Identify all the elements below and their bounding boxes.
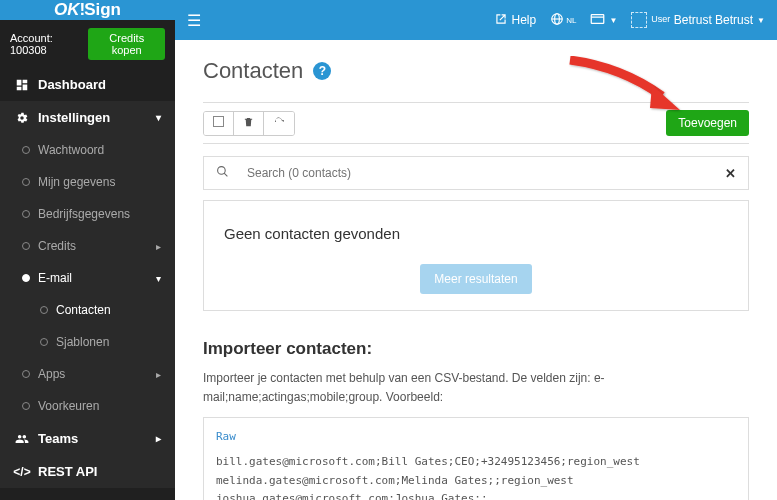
nav-label: Apps	[38, 367, 65, 381]
topbar-help-label: Help	[512, 13, 537, 27]
refresh-icon	[273, 116, 285, 128]
nav-mijn-gegevens[interactable]: Mijn gegevens	[0, 166, 175, 198]
svg-line-8	[224, 173, 227, 176]
refresh-button[interactable]	[264, 112, 294, 135]
import-heading: Importeer contacten:	[203, 339, 749, 359]
topbar-documents[interactable]: ▼	[590, 12, 617, 29]
empty-message: Geen contacten gevonden	[224, 225, 728, 242]
toolbar-button-group	[203, 111, 295, 136]
import-intro: Importeer je contacten met behulp van ee…	[203, 369, 749, 407]
search-row: ✕	[203, 156, 749, 190]
circle-icon	[40, 306, 48, 314]
nav-rest-api[interactable]: </> REST API	[0, 455, 175, 488]
sidebar: OK!Sign Account: 100308 Credits kopen Da…	[0, 0, 175, 500]
users-icon	[14, 432, 30, 446]
menu-toggle-icon[interactable]: ☰	[187, 11, 201, 30]
content-area: Contacten ? Toevoegen	[175, 40, 777, 500]
nav-help[interactable]: Help NEW	[0, 488, 175, 500]
credits-buy-button[interactable]: Credits kopen	[88, 28, 165, 60]
nav-apps[interactable]: Apps▸	[0, 358, 175, 390]
nav-settings[interactable]: Instellingen ▾	[0, 101, 175, 134]
nav-voorkeuren[interactable]: Voorkeuren	[0, 390, 175, 422]
nav-label: Mijn gegevens	[38, 175, 115, 189]
help-icon	[494, 12, 508, 29]
toolbar: Toevoegen	[203, 102, 749, 144]
raw-label: Raw	[216, 428, 736, 447]
nav-label: Dashboard	[38, 77, 106, 92]
topbar-help[interactable]: Help	[494, 12, 536, 29]
circle-icon	[40, 338, 48, 346]
brand-logo: OK!Sign	[0, 0, 175, 20]
nav-label: Voorkeuren	[38, 399, 99, 413]
topbar: ☰ Help NL ▼ User Betrust Betrust▼	[175, 0, 777, 40]
circle-icon	[22, 274, 30, 282]
chevron-right-icon: ▸	[156, 241, 161, 252]
circle-icon	[22, 178, 30, 186]
nav-email[interactable]: E-mail▾	[0, 262, 175, 294]
delete-button[interactable]	[234, 112, 264, 135]
example-code: bill.gates@microsoft.com;Bill Gates;CEO;…	[216, 455, 640, 500]
nav-label: Wachtwoord	[38, 143, 104, 157]
account-label: Account: 100308	[10, 32, 88, 56]
chevron-right-icon: ▸	[156, 433, 161, 444]
globe-icon	[550, 12, 564, 29]
circle-icon	[22, 242, 30, 250]
circle-icon	[22, 146, 30, 154]
svg-point-7	[218, 167, 226, 175]
nav-contacten[interactable]: Contacten	[0, 294, 175, 326]
add-button[interactable]: Toevoegen	[666, 110, 749, 136]
checkbox-icon	[213, 116, 224, 127]
nav-credits[interactable]: Credits▸	[0, 230, 175, 262]
code-icon: </>	[14, 465, 30, 479]
search-input[interactable]	[241, 158, 713, 188]
nav-sjablonen[interactable]: Sjablonen	[0, 326, 175, 358]
nav-label: Instellingen	[38, 110, 110, 125]
gear-icon	[14, 111, 30, 125]
nav-label: Credits	[38, 239, 76, 253]
circle-icon	[22, 370, 30, 378]
trash-icon	[243, 116, 254, 128]
circle-icon	[22, 402, 30, 410]
topbar-language[interactable]: NL	[550, 12, 576, 29]
clear-search-button[interactable]: ✕	[713, 158, 748, 189]
chevron-down-icon: ▾	[156, 273, 161, 284]
nav-label: Sjablonen	[56, 335, 109, 349]
page-title: Contacten ?	[203, 58, 749, 84]
account-row: Account: 100308 Credits kopen	[0, 20, 175, 68]
nav-label: Contacten	[56, 303, 111, 317]
chevron-down-icon: ▼	[757, 16, 765, 25]
help-tooltip-icon[interactable]: ?	[313, 62, 331, 80]
nav-dashboard[interactable]: Dashboard	[0, 68, 175, 101]
nav-label: Teams	[38, 431, 78, 446]
chevron-right-icon: ▸	[156, 369, 161, 380]
nav-label: Bedrijfsgegevens	[38, 207, 130, 221]
user-sublabel: User	[651, 15, 670, 25]
page-title-text: Contacten	[203, 58, 303, 84]
window-icon	[590, 12, 605, 29]
more-results-button[interactable]: Meer resultaten	[420, 264, 531, 294]
nav-wachtwoord[interactable]: Wachtwoord	[0, 134, 175, 166]
nav-label: E-mail	[38, 271, 72, 285]
results-box: Geen contacten gevonden Meer resultaten	[203, 200, 749, 311]
search-icon	[204, 157, 241, 189]
dashboard-icon	[14, 78, 30, 92]
lang-code: NL	[566, 16, 576, 25]
nav-teams[interactable]: Teams▸	[0, 422, 175, 455]
example-box: Raw bill.gates@microsoft.com;Bill Gates;…	[203, 417, 749, 500]
user-name: Betrust Betrust	[674, 13, 753, 27]
brand-sign: Sign	[84, 0, 121, 20]
svg-rect-5	[592, 14, 605, 23]
avatar-placeholder-icon	[631, 12, 647, 28]
topbar-user[interactable]: User Betrust Betrust▼	[631, 12, 765, 28]
nav-bedrijfsgegevens[interactable]: Bedrijfsgegevens	[0, 198, 175, 230]
brand-ok: OK	[54, 0, 80, 20]
chevron-down-icon: ▼	[609, 16, 617, 25]
select-all-button[interactable]	[204, 112, 234, 135]
chevron-down-icon: ▾	[156, 112, 161, 123]
circle-icon	[22, 210, 30, 218]
nav-label: REST API	[38, 464, 97, 479]
